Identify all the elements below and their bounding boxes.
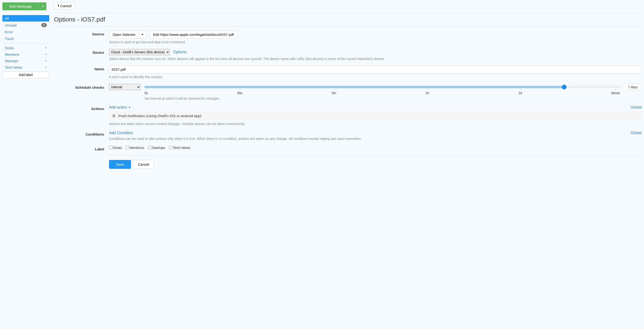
slider-area: 7 days 5s 30s 5m 1h 1d Never Set interva… xyxy=(144,84,642,101)
schedule-help: Set interval at which it will be checked… xyxy=(144,96,642,101)
checkbox-tech-news[interactable] xyxy=(169,146,172,149)
sidebar-label-deals[interactable]: Deals xyxy=(2,45,49,51)
row-source: Source Open Selector Edit https://www.ap… xyxy=(54,30,642,45)
checkbox-startups[interactable] xyxy=(148,146,151,149)
caret-down-icon xyxy=(45,67,47,68)
conditions-global-link[interactable]: Global xyxy=(630,131,642,135)
label-device: Device xyxy=(54,49,109,62)
cancel-button[interactable]: Cancel xyxy=(134,160,154,169)
label-actions: Actions xyxy=(54,105,109,126)
label-check-startups[interactable]: Startups xyxy=(148,146,165,150)
edit-source-button[interactable]: Edit https://www.apple.com/legal/sla/doc… xyxy=(150,30,238,38)
caret-down-icon xyxy=(45,47,47,48)
sidebar-filter-error[interactable]: Error xyxy=(2,29,49,35)
trash-icon[interactable] xyxy=(112,114,116,118)
interval-slider[interactable] xyxy=(144,86,622,88)
add-webpage-button-group: Add Webpage xyxy=(2,2,46,10)
sidebar-item-label: Mentions xyxy=(5,52,19,56)
row-conditions: Conditions Add Condition Global Conditio… xyxy=(54,131,642,141)
tick-5s: 5s xyxy=(144,91,148,95)
label-name: Name xyxy=(54,66,109,80)
label-label: Label xyxy=(54,146,109,151)
top-bar: Cancel xyxy=(54,2,642,9)
checkbox-mentions[interactable] xyxy=(126,146,129,149)
tick-1h: 1h xyxy=(426,91,429,95)
footer-actions: Save Cancel xyxy=(109,156,642,169)
caret-down-icon xyxy=(42,6,44,7)
row-name: Name A short name to identify this monit… xyxy=(54,66,642,80)
label-conditions: Conditions xyxy=(54,131,109,141)
sidebar-label-list: Deals Mentions Startups Tech News xyxy=(2,45,49,70)
device-select[interactable]: Cloud - Distill's Servers (this device) xyxy=(109,49,170,55)
label-check-deals[interactable]: Deals xyxy=(109,146,122,150)
main-content: Cancel Options - iOS7.pdf Source Open Se… xyxy=(49,2,642,169)
unread-badge: 1 xyxy=(41,23,47,27)
sidebar-label-startups[interactable]: Startups xyxy=(2,58,49,64)
sidebar-item-label: Deals xyxy=(5,46,14,50)
row-device: Device Cloud - Distill's Servers (this d… xyxy=(54,49,642,62)
conditions-help: Conditions can be used to take actions o… xyxy=(109,136,642,141)
label-source: Source xyxy=(54,30,109,45)
action-item: Push Notification (Using Distill's iOS o… xyxy=(109,112,642,120)
actions-global-link[interactable]: Global xyxy=(630,105,642,110)
source-help: Source is used to get text and data to b… xyxy=(109,40,642,45)
slider-handle[interactable] xyxy=(562,85,566,90)
tick-never: Never xyxy=(611,91,620,95)
page-title: Options - iOS7.pdf xyxy=(54,16,642,23)
cancel-label: Cancel xyxy=(60,4,72,8)
sidebar-item-label: Unread xyxy=(5,23,16,27)
chevron-left-icon xyxy=(58,4,59,8)
slider-ticks: 5s 30s 5m 1h 1d Never xyxy=(144,91,642,95)
schedule-mode-select[interactable]: Interval xyxy=(109,84,140,90)
caret-down-icon xyxy=(142,34,144,35)
page-title-wrap: Options - iOS7.pdf xyxy=(54,13,642,26)
label-check-tech-news[interactable]: Tech News xyxy=(169,146,190,150)
label-checkboxes: Deals Mentions Startups Tech News xyxy=(109,146,642,150)
caret-down-icon xyxy=(45,60,47,62)
sidebar-filter-trash[interactable]: Trash xyxy=(2,36,49,42)
sidebar-filter-unread[interactable]: Unread 1 xyxy=(2,22,49,28)
add-webpage-button[interactable]: Add Webpage xyxy=(2,2,39,10)
caret-down-icon xyxy=(128,107,130,108)
sidebar-filter-all[interactable]: All xyxy=(2,15,49,22)
slider-fill xyxy=(144,86,564,88)
add-webpage-dropdown[interactable] xyxy=(39,2,46,10)
tick-5m: 5m xyxy=(332,91,336,95)
open-selector-dropdown[interactable] xyxy=(139,30,146,38)
sidebar-label-tech-news[interactable]: Tech News xyxy=(2,64,49,70)
sidebar-filter-list: All Unread 1 Error Trash xyxy=(2,15,49,43)
row-schedule: Schedule checks Interval 7 days xyxy=(54,84,642,101)
tick-30s: 30s xyxy=(237,91,243,95)
row-label: Label Deals Mentions Startups xyxy=(54,146,642,151)
device-help: Select device that this monitor runs on.… xyxy=(109,57,642,62)
name-input[interactable] xyxy=(109,66,642,74)
sidebar-item-label: Startups xyxy=(5,59,18,63)
name-help: A short name to identify this monitor. xyxy=(109,75,642,80)
actions-help: Actions are taken when source content ch… xyxy=(109,122,642,126)
sidebar: Add Webpage All Unread 1 Error Trash Dea… xyxy=(2,2,49,169)
open-selector-button[interactable]: Open Selector xyxy=(109,30,139,38)
checkbox-deals[interactable] xyxy=(109,146,112,149)
sidebar-item-label: Error xyxy=(5,30,13,34)
interval-value: 7 days xyxy=(624,84,642,90)
add-action-link[interactable]: Add action xyxy=(109,105,130,110)
sidebar-item-label: Tech News xyxy=(5,65,22,69)
row-actions: Actions Add action Global Push Notificat… xyxy=(54,105,642,126)
label-schedule: Schedule checks xyxy=(54,84,109,101)
caret-down-icon xyxy=(45,54,47,55)
save-button[interactable]: Save xyxy=(109,160,131,169)
add-condition-link[interactable]: Add Condition xyxy=(109,131,133,135)
sidebar-item-label: Trash xyxy=(5,36,14,41)
label-check-mentions[interactable]: Mentions xyxy=(126,146,144,150)
back-cancel-button[interactable]: Cancel xyxy=(54,2,75,9)
tick-1d: 1d xyxy=(518,91,522,95)
add-label-button[interactable]: Add label xyxy=(2,72,49,78)
open-selector-group: Open Selector xyxy=(109,30,146,38)
device-options-link[interactable]: Options xyxy=(173,50,186,54)
sidebar-label-mentions[interactable]: Mentions xyxy=(2,51,49,58)
action-text: Push Notification (Using Distill's iOS o… xyxy=(118,114,201,118)
sidebar-item-label: All xyxy=(5,16,9,20)
